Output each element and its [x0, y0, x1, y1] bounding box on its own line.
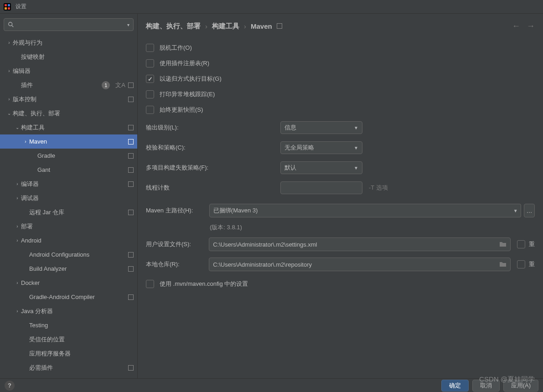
sidebar-item-label: Maven	[29, 138, 128, 145]
plugin-registry-checkbox[interactable]: 使用插件注册表(R)	[146, 56, 535, 71]
tree-arrow-icon: ›	[14, 181, 21, 186]
user-settings-label: 用户设置文件(S):	[146, 240, 209, 248]
update-snapshots-checkbox[interactable]: 始终更新快照(S)	[146, 102, 535, 118]
search-field[interactable]	[17, 21, 127, 28]
override-local-repo-checkbox[interactable]: 重	[517, 260, 535, 268]
scope-indicator-icon	[128, 125, 134, 130]
sidebar-item[interactable]: ›调试器	[0, 191, 137, 205]
scope-indicator-icon	[277, 23, 282, 29]
sidebar-item[interactable]: ›外观与行为	[0, 36, 137, 50]
override-user-settings-checkbox[interactable]: 重	[517, 240, 535, 248]
chevron-down-icon: ▼	[354, 165, 358, 170]
breadcrumb-item[interactable]: 构建工具	[212, 22, 239, 31]
chevron-down-icon: ▼	[354, 145, 358, 150]
sidebar-item[interactable]: ›版本控制	[0, 92, 137, 106]
checkbox-label: 脱机工作(O)	[160, 44, 192, 52]
sidebar-item-label: Android Configurations	[29, 251, 128, 258]
sidebar-item[interactable]: 远程 Jar 仓库	[0, 205, 137, 219]
sidebar-item[interactable]: Build Analyzer	[0, 262, 137, 276]
scope-indicator-icon	[128, 252, 134, 258]
checkbox-label: 使用 .mvn/maven.config 中的设置	[160, 280, 248, 288]
tree-arrow-icon: ›	[14, 196, 21, 201]
tree-arrow-icon: ›	[14, 280, 21, 285]
titlebar: 设置	[0, 0, 543, 14]
bottom-bar: ? 确定 取消 应用(A)	[0, 378, 543, 392]
sidebar-item-label: Gradle	[37, 152, 128, 159]
checkbox-label: 以递归方式执行目标(G)	[160, 75, 222, 83]
output-level-select[interactable]: 信息▼	[280, 121, 362, 134]
settings-sidebar: ▾ ›外观与行为按键映射›编辑器插件1文A›版本控制⌄构建、执行、部署⌄构建工具…	[0, 14, 138, 378]
app-icon	[4, 3, 11, 10]
tree-arrow-icon: ⌄	[14, 125, 21, 130]
ok-button[interactable]: 确定	[441, 380, 469, 392]
sidebar-item[interactable]: ›编辑器	[0, 64, 137, 78]
chevron-down-icon[interactable]: ▾	[127, 22, 129, 27]
cancel-button[interactable]: 取消	[472, 380, 500, 392]
thread-hint: -T 选项	[369, 184, 388, 192]
folder-icon[interactable]	[499, 241, 507, 248]
sidebar-item[interactable]: ›Maven	[0, 134, 137, 149]
settings-tree[interactable]: ›外观与行为按键映射›编辑器插件1文A›版本控制⌄构建、执行、部署⌄构建工具›M…	[0, 34, 137, 378]
scope-indicator-icon	[128, 83, 134, 88]
sidebar-item-label: Testing	[29, 322, 134, 329]
count-badge: 1	[102, 81, 110, 89]
sidebar-item[interactable]: ⌄构建、执行、部署	[0, 106, 137, 120]
sidebar-item[interactable]: 插件1文A	[0, 78, 137, 92]
window-title: 设置	[16, 3, 26, 10]
sidebar-item[interactable]: Gant	[0, 163, 137, 177]
output-level-label: 输出级别(L):	[146, 124, 280, 132]
thread-count-input[interactable]	[280, 181, 362, 194]
sidebar-item[interactable]: ›Docker	[0, 276, 137, 290]
sidebar-item[interactable]: ›Android	[0, 233, 137, 248]
sidebar-item[interactable]: Gradle	[0, 149, 137, 163]
search-input[interactable]: ▾	[4, 18, 134, 31]
offline-work-checkbox[interactable]: 脱机工作(O)	[146, 40, 535, 56]
checksum-policy-select[interactable]: 无全局策略▼	[280, 141, 362, 154]
sidebar-item[interactable]: ›编译器	[0, 177, 137, 191]
sidebar-item-label: 必需插件	[29, 364, 128, 372]
back-icon[interactable]: ←	[512, 21, 520, 31]
sidebar-item-label: 编辑器	[13, 67, 134, 75]
sidebar-item-label: 部署	[21, 222, 134, 231]
sidebar-item[interactable]: ›Java 分析器	[0, 304, 137, 318]
scope-indicator-icon	[128, 266, 134, 272]
use-maven-config-checkbox[interactable]: 使用 .mvn/maven.config 中的设置	[146, 276, 535, 292]
sidebar-item[interactable]: ›部署	[0, 219, 137, 233]
maven-home-input[interactable]: 已捆绑(Maven 3)	[209, 204, 512, 217]
tree-arrow-icon: ⌄	[5, 111, 13, 116]
breadcrumb-item[interactable]: 构建、执行、部署	[146, 22, 201, 31]
local-repo-input[interactable]: C:\Users\Administrator\.m2\repository	[209, 258, 511, 271]
multi-fail-select[interactable]: 默认▼	[280, 161, 362, 174]
sidebar-item[interactable]: 应用程序服务器	[0, 346, 137, 361]
sidebar-item-label: 构建工具	[21, 124, 128, 132]
forward-icon[interactable]: →	[527, 21, 535, 31]
sidebar-item-label: 构建、执行、部署	[13, 109, 134, 118]
local-repo-label: 本地仓库(R):	[146, 260, 209, 268]
apply-button[interactable]: 应用(A)	[503, 380, 538, 392]
checkbox-label: 打印异常堆栈跟踪(E)	[160, 90, 215, 98]
sidebar-item-label: 插件	[21, 81, 102, 89]
sidebar-item[interactable]: Gradle-Android Compiler	[0, 290, 137, 304]
sidebar-item[interactable]: 按键映射	[0, 50, 137, 64]
tree-arrow-icon: ›	[14, 238, 21, 243]
print-stacktrace-checkbox[interactable]: 打印异常堆栈跟踪(E)	[146, 87, 535, 102]
sidebar-item[interactable]: ⌄构建工具	[0, 120, 137, 134]
maven-version-note: (版本: 3.8.1)	[210, 221, 535, 234]
tree-arrow-icon: ›	[22, 139, 29, 144]
search-icon	[8, 21, 14, 28]
sidebar-item[interactable]: 必需插件	[0, 361, 137, 375]
help-button[interactable]: ?	[5, 381, 15, 391]
svg-point-5	[9, 22, 12, 26]
sidebar-item[interactable]: Testing	[0, 318, 137, 332]
sidebar-item-label: Android	[21, 237, 134, 244]
multi-fail-label: 多项目构建失败策略(F):	[146, 164, 280, 172]
recursive-goals-checkbox[interactable]: 以递归方式执行目标(G)	[146, 71, 535, 87]
user-settings-input[interactable]: C:\Users\Administrator\.m2\settings.xml	[209, 237, 511, 251]
sidebar-item[interactable]: Android Configurations	[0, 248, 137, 262]
sidebar-item[interactable]: 受信任的位置	[0, 332, 137, 346]
chevron-right-icon: ›	[244, 22, 246, 30]
maven-home-dropdown[interactable]: ▼	[510, 204, 521, 217]
folder-icon[interactable]	[499, 261, 507, 268]
sidebar-item-label: 版本控制	[13, 95, 128, 103]
maven-home-browse-button[interactable]: …	[524, 204, 535, 217]
